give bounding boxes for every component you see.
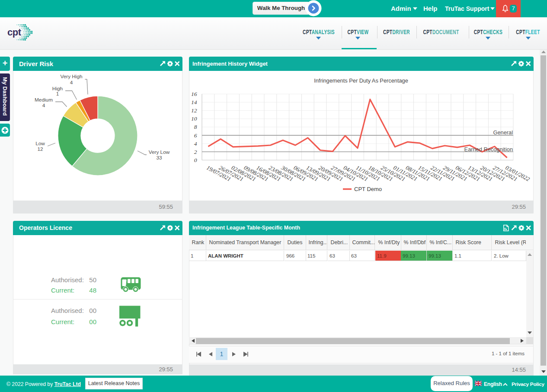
svg-text:4: 4	[42, 102, 45, 108]
svg-text:33: 33	[156, 155, 162, 161]
svg-text:Very High: Very High	[60, 73, 82, 80]
svg-text:0: 0	[194, 157, 197, 163]
svg-text:10: 10	[191, 115, 197, 122]
svg-text:General: General	[493, 129, 513, 136]
svg-text:CPT Demo: CPT Demo	[354, 186, 382, 192]
svg-text:4: 4	[70, 80, 73, 86]
svg-text:14: 14	[191, 99, 197, 105]
svg-text:16: 16	[191, 91, 197, 97]
svg-text:12: 12	[37, 146, 43, 152]
svg-text:12: 12	[191, 107, 197, 114]
svg-text:2: 2	[194, 149, 197, 155]
svg-text:4: 4	[194, 140, 197, 147]
svg-text:1: 1	[56, 91, 59, 97]
svg-text:Infringements Per Duty As Perc: Infringements Per Duty As Percentage	[314, 77, 408, 84]
svg-text:Earned Recognition: Earned Recognition	[464, 146, 513, 153]
svg-text:6: 6	[194, 132, 197, 139]
svg-text:8: 8	[194, 124, 197, 130]
